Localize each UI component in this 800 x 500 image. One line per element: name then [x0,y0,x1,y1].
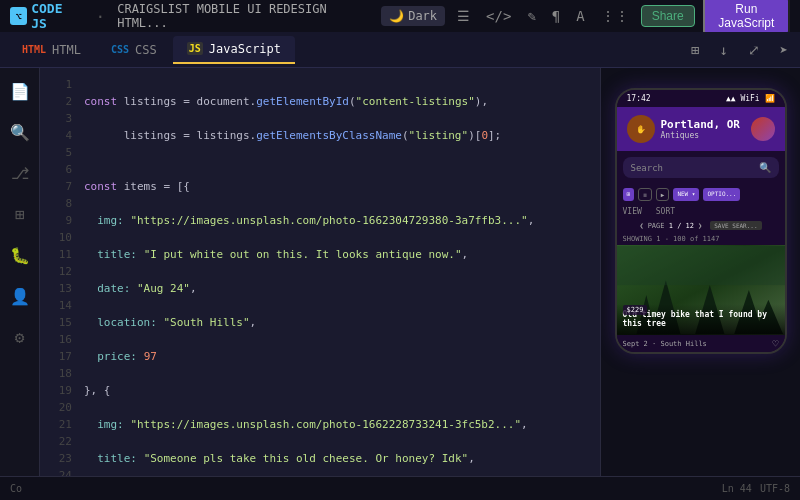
filter-options-button[interactable]: OPTIO... [703,188,740,201]
code-line: location: "South Hills", [80,314,600,331]
phone-search-bar[interactable]: Search 🔍 [623,157,779,178]
project-title: CRAIGSLIST MOBILE UI REDESIGN HTML... [117,2,373,30]
phone-category: Antiques [661,131,745,140]
code-line: img: "https://images.unsplash.com/photo-… [80,416,600,433]
code-content[interactable]: const listings = document.getElementById… [80,68,600,476]
share-button[interactable]: Share [641,5,695,27]
sidebar-icons: 📄 🔍 ⎇ ⊞ 🐛 👤 ⚙ [0,68,40,476]
dark-mode-toggle[interactable]: 🌙 Dark [381,6,445,26]
search-icon: 🔍 [759,162,771,173]
phone-time: 17:42 [627,94,651,103]
code-line: img: "https://images.unsplash.com/photo-… [80,212,600,229]
next-page-button[interactable]: ❯ [698,222,702,230]
phone-header: ✋ Portland, OR Antiques [617,107,785,151]
debug-icon[interactable]: 🐛 [6,242,34,269]
filter-grid-icon[interactable]: ⊞ [623,188,635,201]
tab-html-label: HTML [52,43,81,57]
phone-logo-icon: ✋ [627,115,655,143]
list-icon[interactable]: ☰ [453,8,474,24]
settings-icon[interactable]: ⋮⋮ [597,8,633,24]
listing-price-badge: $229 [623,305,648,315]
css-icon: CSS [111,44,129,55]
download-icon[interactable]: ↓ [715,42,731,58]
save-search-button[interactable]: SAVE SEAR... [710,221,761,230]
search-sidebar-icon[interactable]: 🔍 [6,119,34,146]
bottom-bar: Co Ln 44 UTF-8 [0,476,800,500]
user-avatar[interactable] [751,117,775,141]
files-icon[interactable]: 📄 [6,78,34,105]
page-indicator: PAGE 1 / 12 [648,222,694,230]
title-separator: · [96,7,106,26]
phone-frame: 17:42 ▲▲ WiFi 📶 ✋ Portland, OR Antiques … [615,88,787,354]
title-bar-right: 🌙 Dark ☰ </> ✎ ¶ A ⋮⋮ Share Run JavaScri… [381,0,790,35]
line-numbers: 1234 5678 9101112 13141516 17181920 2122… [40,68,80,476]
prev-page-button[interactable]: ❮ [639,222,643,230]
svg-rect-6 [617,246,785,285]
git-icon[interactable]: ⎇ [7,160,33,187]
code-line: price: 97 [80,348,600,365]
send-icon[interactable]: ➤ [776,42,792,58]
phone-location: Portland, OR Antiques [661,118,745,140]
tabs-bar: HTML HTML CSS CSS JS JavaScript ⊞ ↓ ⤢ ➤ [0,32,800,68]
sort-label: SORT [656,207,675,216]
phone-listing-image[interactable]: Old timey bike that I found by this tree… [617,245,785,335]
phone-view-bar: VIEW SORT [617,205,785,218]
external-link-icon[interactable]: ⤢ [744,42,764,58]
encoding-status: UTF-8 [760,483,790,494]
view-label: VIEW [623,207,642,216]
code-line: const items = [{ [80,178,600,195]
tab-html[interactable]: HTML HTML [8,37,95,63]
tab-css-label: CSS [135,43,157,57]
line-number-status: Ln 44 [722,483,752,494]
settings-sidebar-icon[interactable]: ⚙ [11,324,29,351]
phone-pagination: ❮ PAGE 1 / 12 ❯ SAVE SEAR... [617,218,785,233]
code-line: title: "Someone pls take this old cheese… [80,450,600,467]
account-icon[interactable]: 👤 [6,283,34,310]
phone-filter-bar: ⊞ ≡ ▶ NEW ▾ OPTIO... [617,184,785,205]
phone-showing-count: SHOWING 1 - 100 of 1147 [617,233,785,245]
grid-icon[interactable]: ⊞ [687,42,703,58]
phone-status-bar: 17:42 ▲▲ WiFi 📶 [617,90,785,107]
bottom-left-status: Co [10,483,22,494]
main-content: 📄 🔍 ⎇ ⊞ 🐛 👤 ⚙ 1234 5678 9101112 13141516… [0,68,800,476]
text-icon[interactable]: ¶ [548,8,564,24]
run-button[interactable]: Run JavaScript [703,0,790,35]
js-icon: JS [187,42,203,55]
app-name: CODE JS [31,1,83,31]
tab-js[interactable]: JS JavaScript [173,36,295,64]
code-editor[interactable]: 1234 5678 9101112 13141516 17181920 2122… [40,68,600,476]
logo-icon: ⌥ [10,7,27,25]
filter-video-icon[interactable]: ▶ [656,188,670,201]
code-line: date: "Aug 24", [80,280,600,297]
code-line: const listings = document.getElementById… [80,93,600,110]
title-bar: ⌥ CODE JS · CRAIGSLIST MOBILE UI REDESIG… [0,0,800,32]
font-icon[interactable]: A [572,8,588,24]
code-line: }, { [80,382,600,399]
tab-actions: ⊞ ↓ ⤢ ➤ [687,42,792,58]
search-placeholder: Search [631,163,755,173]
edit-icon[interactable]: ✎ [523,8,539,24]
code-icon[interactable]: </> [482,8,515,24]
filter-new-button[interactable]: NEW ▾ [673,188,699,201]
price-number: 229 [631,306,644,314]
listing-date: Sept 2 [623,340,648,348]
listing-meta: Sept 2 · South Hills ♡ [617,335,785,352]
moon-icon: 🌙 [389,9,404,23]
code-line: listings = listings.getElementsByClassNa… [80,127,600,144]
bottom-right-status: Ln 44 UTF-8 [722,483,790,494]
phone-preview: 17:42 ▲▲ WiFi 📶 ✋ Portland, OR Antiques … [600,68,800,476]
extensions-icon[interactable]: ⊞ [11,201,29,228]
phone-signal-icons: ▲▲ WiFi 📶 [726,94,775,103]
listing-location: South Hills [660,340,706,348]
listing-date-location: Sept 2 · South Hills [623,340,707,348]
dark-label: Dark [408,9,437,23]
favorite-icon[interactable]: ♡ [772,338,778,349]
app-logo: ⌥ CODE JS [10,1,84,31]
phone-city: Portland, OR [661,118,745,131]
tab-js-label: JavaScript [209,42,281,56]
code-line: title: "I put white out on this. It look… [80,246,600,263]
html-icon: HTML [22,44,46,55]
showing-text: SHOWING 1 - 100 of 1147 [623,235,720,243]
filter-list-icon[interactable]: ≡ [638,188,652,201]
tab-css[interactable]: CSS CSS [97,37,171,63]
